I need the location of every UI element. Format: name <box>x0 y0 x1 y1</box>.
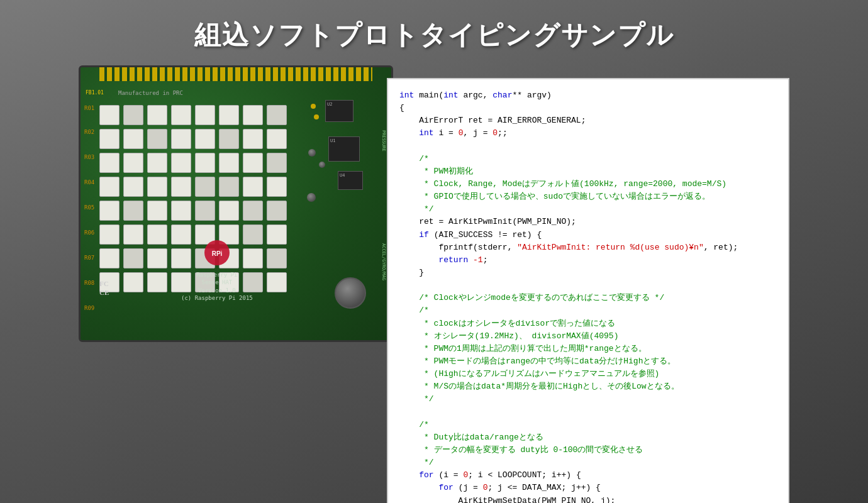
led-cell-33 <box>123 201 143 221</box>
led-cell-63 <box>267 272 287 292</box>
code-line-cmt18: */ <box>399 456 777 469</box>
code-line-7: fprintf(stderr, "AirKitPwmInit: return %… <box>399 241 777 254</box>
led-cell-20 <box>195 153 215 173</box>
led-cell-11 <box>171 129 191 149</box>
led-cell-15 <box>267 129 287 149</box>
label-r05: R05 <box>84 204 94 211</box>
code-line-cmt15: /* <box>399 419 777 431</box>
led-cell-37 <box>219 201 239 221</box>
fcc-marks: FC CE <box>99 280 109 296</box>
via-tp1 <box>311 104 316 109</box>
code-line-6: if (AIR_SUCCESS != ret) { <box>399 229 777 241</box>
code-line-blank2 <box>399 279 777 292</box>
label-r07: R07 <box>84 255 94 261</box>
led-cell-18 <box>147 153 167 173</box>
led-cell-1 <box>123 105 143 125</box>
led-cell-24 <box>99 177 120 197</box>
code-line-cmt14: */ <box>399 393 777 406</box>
led-cell-27 <box>171 177 191 197</box>
led-cell-4 <box>195 105 215 125</box>
led-cell-12 <box>195 129 215 149</box>
led-cell-19 <box>171 153 191 173</box>
led-cell-22 <box>243 153 263 173</box>
led-cell-32 <box>99 201 120 221</box>
code-line-2: { <box>399 102 777 114</box>
label-r02: R02 <box>84 129 94 135</box>
code-line-4: int i = 0, j = 0;; <box>399 127 777 140</box>
led-cell-17 <box>123 153 143 173</box>
svg-text:RPi: RPi <box>212 250 223 257</box>
chip-u4: U4 <box>338 171 363 190</box>
code-line-cmt2: * PWM初期化 <box>399 165 777 178</box>
code-line-10: for (i = 0; i < LOOPCOUNT; i++) { <box>399 469 777 482</box>
code-line-cmt3: * Clock, Range, Modeはデフォルト値(100kHz, rang… <box>399 178 777 191</box>
led-cell-8 <box>99 129 120 149</box>
led-cell-57 <box>123 272 143 292</box>
code-line-cmt9: * オシレータ(19.2MHz)、 divisorMAX値(4095) <box>399 330 777 343</box>
rpi-text: Raspberry PiSense HATVersion 1.0(c) Rasp… <box>181 271 253 302</box>
code-line-11: for (j = 0; j <= DATA_MAX; j++) { <box>399 482 777 494</box>
label-r03: R03 <box>84 154 94 160</box>
led-cell-5 <box>219 105 239 125</box>
led-cell-25 <box>123 177 143 197</box>
led-cell-48 <box>99 248 120 268</box>
rpi-info: RPi Raspberry PiSense HATVersion 1.0(c) … <box>181 237 253 302</box>
code-line-3: AirErrorT ret = AIR_ERROR_GENERAL; <box>399 114 777 127</box>
board-label-accel: ACCEL/GYRO/MAG <box>381 243 386 280</box>
board-label-pressure: PRESSURE <box>381 130 386 152</box>
code-line-cmt7: /* <box>399 304 777 317</box>
gpio-connector <box>99 67 372 81</box>
led-cell-39 <box>267 201 287 221</box>
board-image: // This script runs during page construc… <box>79 65 393 342</box>
code-line-8: return -1; <box>399 254 777 267</box>
code-line-cmt11: * PWMモードの場合はrangeの中で均等にdata分だけHighとする。 <box>399 355 777 368</box>
led-cell-38 <box>243 201 263 221</box>
code-line-cmt16: * Duty比はdata/rangeとなる <box>399 431 777 444</box>
label-r01: R01 <box>84 105 94 111</box>
code-line-cmt5: */ <box>399 203 777 216</box>
label-r06: R06 <box>84 229 94 236</box>
code-line-9: } <box>399 267 777 279</box>
led-cell-42 <box>147 224 167 245</box>
code-line-blank1 <box>399 140 777 153</box>
label-r08: R08 <box>84 280 94 286</box>
page-title-top: 組込ソフトプロトタイピングサンプル <box>194 18 674 53</box>
led-cell-16 <box>99 153 120 173</box>
led-cell-2 <box>147 105 167 125</box>
code-line-cmt13: * M/Sの場合はdata*周期分を最初にHighとし、その後Lowとなる。 <box>399 380 777 393</box>
via-tp2 <box>314 114 319 119</box>
code-line-cmt1: /* <box>399 153 777 165</box>
code-panel: int main(int argc, char** argv) { AirErr… <box>387 78 789 503</box>
led-cell-35 <box>171 201 191 221</box>
led-cell-41 <box>123 224 143 245</box>
led-cell-28 <box>195 177 215 197</box>
chip-u1: U1 <box>328 136 360 162</box>
led-cell-14 <box>243 129 263 149</box>
cap-c5 <box>308 149 316 157</box>
label-r04: R04 <box>84 179 94 185</box>
led-cell-7 <box>267 105 287 125</box>
code-line-5: ret = AirKitPwmInit(PWM_PIN_NO); <box>399 216 777 228</box>
led-cell-26 <box>147 177 167 197</box>
code-line-blank3 <box>399 406 777 419</box>
code-line-1: int main(int argc, char** argv) <box>399 89 777 102</box>
cap-c9 <box>319 162 325 168</box>
code-line-12: AirKitPwmSetData(PWM_PIN_NO, j); <box>399 495 777 504</box>
led-cell-3 <box>171 105 191 125</box>
led-cell-21 <box>219 153 239 173</box>
joystick <box>335 277 366 309</box>
code-line-cmt17: * データの幅を変更する duty比 0-100の間で変化させる <box>399 444 777 456</box>
cap-c10 <box>307 193 316 202</box>
code-line-cmt6: /* Clockやレンジmodeを変更するのであればここで変更する */ <box>399 292 777 304</box>
led-cell-30 <box>243 177 263 197</box>
led-cell-9 <box>123 129 143 149</box>
rpi-logo-svg: RPi <box>201 237 233 268</box>
chip-u2: U2 <box>325 100 353 122</box>
led-cell-34 <box>147 201 167 221</box>
board-label-manufactured: Manufactured in PRC <box>118 90 183 96</box>
led-cell-58 <box>147 272 167 292</box>
board-label-f01: FB1.01 <box>86 90 104 96</box>
led-cell-47 <box>267 224 287 245</box>
led-cell-0 <box>99 105 120 125</box>
led-cell-23 <box>267 153 287 173</box>
